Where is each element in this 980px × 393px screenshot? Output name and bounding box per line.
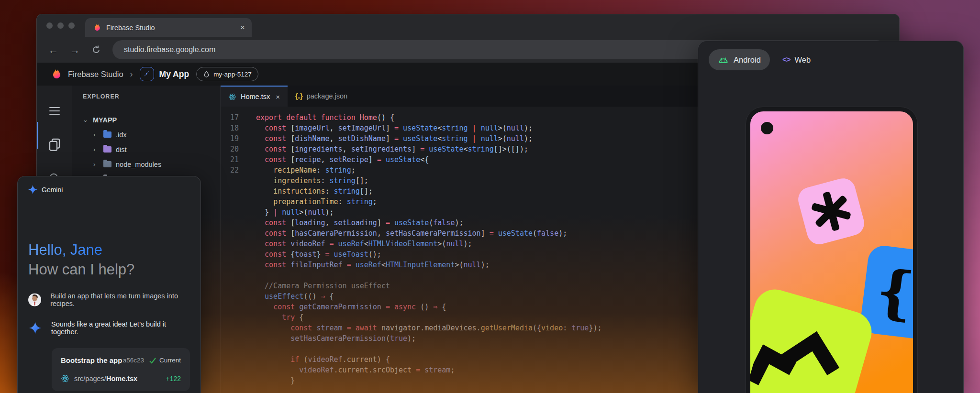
browser-tab-strip: Firebase Studio × <box>37 14 899 37</box>
chevron-down-icon: ⌄ <box>83 116 89 123</box>
drop-icon <box>203 71 210 78</box>
window-control-dot[interactable] <box>46 22 53 29</box>
commit-hash: a56c23 <box>123 357 144 364</box>
firebase-studio-logo-icon <box>49 68 62 80</box>
card-title: Bootstrap the app <box>61 356 123 364</box>
tab-package-json[interactable]: {..} package.json <box>288 86 355 107</box>
android-icon <box>718 55 729 65</box>
tree-item-node-modules[interactable]: ›node_modules <box>83 157 220 172</box>
line-number <box>221 175 248 186</box>
line-number <box>221 270 248 281</box>
window-control-dot[interactable] <box>68 22 75 29</box>
line-number <box>221 218 248 228</box>
code-brackets-icon: <> <box>782 55 791 64</box>
toggle-web[interactable]: <> Web <box>782 55 811 65</box>
line-number <box>221 239 248 249</box>
diff-count: +122 <box>166 375 181 382</box>
tree-item-dist[interactable]: ›dist <box>83 142 220 157</box>
tree-root-myapp[interactable]: ⌄ MYAPP <box>83 112 220 127</box>
user-avatar <box>28 293 41 307</box>
forward-icon[interactable]: → <box>70 45 80 55</box>
line-number <box>221 196 248 207</box>
react-icon <box>61 374 69 383</box>
toggle-android-label: Android <box>734 55 761 65</box>
explorer-files-icon[interactable] <box>47 137 62 152</box>
line-number: 18 <box>221 123 248 133</box>
tree-item-label: .idx <box>116 131 127 139</box>
chevron-right-icon: › <box>93 146 99 153</box>
tab-label: package.json <box>307 92 347 100</box>
line-number: 20 <box>221 144 248 154</box>
folder-icon <box>103 161 111 167</box>
window-controls[interactable] <box>37 14 85 37</box>
tree-root-label: MYAPP <box>93 116 117 124</box>
pink-asterisk-shape <box>795 175 867 247</box>
phone-screen: { <box>750 111 913 393</box>
browser-tab-title: Firebase Studio <box>106 24 235 32</box>
check-icon <box>149 357 156 364</box>
window-control-dot[interactable] <box>57 22 64 29</box>
greeting-question: How can I help? <box>28 260 190 279</box>
status-badge: Current <box>159 357 181 364</box>
tree-item-label: node_modules <box>116 161 161 168</box>
tab-close-icon[interactable]: × <box>240 23 245 33</box>
folder-icon <box>103 131 111 138</box>
toggle-android[interactable]: Android <box>709 49 770 70</box>
assistant-message-row: Sounds like a great idea! Let’s build it… <box>28 320 190 336</box>
gemini-spark-icon <box>29 322 41 334</box>
bootstrap-card[interactable]: Bootstrap the app a56c23 Current src/pag… <box>52 348 190 391</box>
platform-toggle: Android <> Web <box>698 41 963 70</box>
gemini-spark-icon <box>28 185 37 194</box>
line-number <box>221 249 248 260</box>
back-icon[interactable]: ← <box>48 45 58 55</box>
menu-icon[interactable] <box>49 105 60 117</box>
folder-icon <box>103 146 111 153</box>
line-number: 19 <box>221 133 248 144</box>
app-name[interactable]: My App <box>159 69 189 79</box>
tree-item-label: dist <box>116 146 127 153</box>
brace-glyph: { <box>873 261 913 323</box>
user-message: Build an app that lets me turn images in… <box>50 292 190 307</box>
url-text: studio.firebase.google.com <box>124 45 215 54</box>
chevron-right-icon: › <box>93 161 99 168</box>
gemini-greeting: Hello, Jane How can I help? <box>28 240 190 279</box>
react-icon <box>228 93 236 101</box>
toggle-web-label: Web <box>795 55 811 65</box>
line-number <box>221 281 248 291</box>
prototyper-icon[interactable] <box>140 67 154 81</box>
line-number: 22 <box>221 165 248 175</box>
product-name[interactable]: Firebase Studio <box>68 70 123 79</box>
changed-file-row[interactable]: src/pages/Home.tsx +122 <box>61 374 181 383</box>
phone-camera <box>761 122 773 134</box>
tab-close-icon[interactable]: × <box>276 93 280 101</box>
gemini-panel: Gemini Hello, Jane How can I help? Build… <box>17 176 201 393</box>
line-number <box>221 365 248 375</box>
explorer-title: EXPLORER <box>83 93 220 100</box>
tab-label: Home.tsx <box>241 93 270 100</box>
line-number: 17 <box>221 112 248 123</box>
device-preview-panel: Android <> Web { <box>698 41 964 393</box>
line-number <box>221 312 248 323</box>
line-number <box>221 228 248 239</box>
reload-icon[interactable] <box>91 45 101 55</box>
line-number: 21 <box>221 154 248 165</box>
asterisk-icon <box>806 186 856 236</box>
browser-tab[interactable]: Firebase Studio × <box>85 18 252 37</box>
greeting-name: Hello, Jane <box>28 240 102 260</box>
user-message-row: Build an app that lets me turn images in… <box>28 292 190 307</box>
line-number <box>221 291 248 302</box>
phone-mockup: { <box>746 107 918 393</box>
active-view-indicator <box>37 122 38 149</box>
tab-home-tsx[interactable]: Home.tsx × <box>221 86 288 107</box>
line-number <box>221 186 248 196</box>
file-tree: ⌄ MYAPP ›.idx›dist›node_modules›scripts <box>83 112 220 186</box>
tree-item--idx[interactable]: ›.idx <box>83 127 220 142</box>
line-number <box>221 375 248 386</box>
workspace-badge[interactable]: my-app-5127 <box>196 67 258 81</box>
chevron-right-icon: › <box>93 131 99 138</box>
gemini-header: Gemini <box>28 185 190 194</box>
line-number <box>221 302 248 312</box>
chevron-glyphs <box>750 307 857 393</box>
gemini-brand: Gemini <box>42 186 63 194</box>
line-number <box>221 260 248 270</box>
